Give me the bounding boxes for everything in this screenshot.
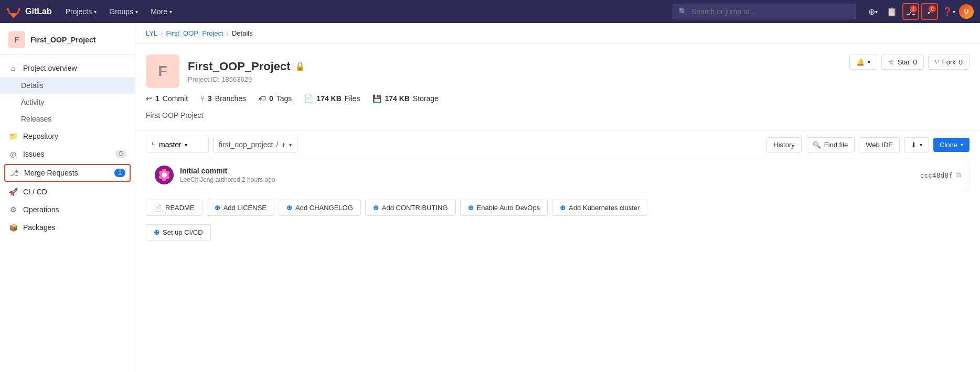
branch-icon: ⑂ <box>200 94 205 103</box>
todos-button[interactable]: 📋 <box>883 3 900 20</box>
merge-requests-badge: 1 <box>910 5 917 13</box>
repo-path: first_oop_project / + ▾ <box>213 137 297 152</box>
fork-button[interactable]: ⑂ Fork 0 <box>928 54 970 70</box>
sidebar-item-issues[interactable]: ◎ Issues 0 <box>0 145 135 163</box>
project-header: F First_OOP_Project 🔒 Project ID: 185636… <box>135 44 980 94</box>
chevron-down-icon: ▾ <box>94 9 97 15</box>
nav-groups[interactable]: Groups ▾ <box>104 4 143 19</box>
sidebar-item-activity[interactable]: Activity <box>0 94 135 111</box>
project-id: Project ID: 18563629 <box>188 75 305 83</box>
sidebar-item-operations[interactable]: ⚙ Operations <box>0 201 135 218</box>
add-license-button[interactable]: ⊕ Add LICENSE <box>207 200 274 216</box>
commit-info: Initial commit LeeChiJong authored 2 hou… <box>180 167 913 183</box>
readme-button[interactable]: 📄 README <box>146 200 203 216</box>
breadcrumb: LYL › First_OOP_Project › Details <box>135 23 980 44</box>
search-input[interactable] <box>691 7 850 16</box>
add-kubernetes-button[interactable]: ⊕ Add Kubernetes cluster <box>552 200 647 216</box>
sidebar-item-releases[interactable]: Releases <box>0 111 135 127</box>
user-avatar[interactable]: U <box>959 4 974 19</box>
new-item-button[interactable]: ⊕ ▾ <box>865 3 881 20</box>
chevron-down-icon: ▾ <box>953 9 955 15</box>
branch-icon: ⑂ <box>152 140 156 149</box>
plus-icon: ⊕ <box>154 228 159 236</box>
stat-storage[interactable]: 💾 174 KB Storage <box>372 94 439 103</box>
clone-button[interactable]: Clone ▾ <box>933 138 970 152</box>
copy-icon[interactable]: ⧉ <box>956 171 961 179</box>
chevron-down-icon: ▾ <box>920 142 922 148</box>
star-icon: ☆ <box>888 58 894 66</box>
plus-icon: ⊕ <box>560 204 566 212</box>
find-file-button[interactable]: 🔍 Find file <box>806 137 855 152</box>
top-navigation: GitLab Projects ▾ Groups ▾ More ▾ 🔍 ⊕ ▾ … <box>0 0 980 23</box>
web-ide-button[interactable]: Web IDE <box>859 137 900 152</box>
breadcrumb-lyl[interactable]: LYL <box>146 29 157 37</box>
avatar-image <box>155 166 174 184</box>
download-button[interactable]: ⬇ ▾ <box>904 137 929 152</box>
sidebar-item-repository[interactable]: 📁 Repository <box>0 127 135 145</box>
nav-right-icons: ⊕ ▾ 📋 ⎇ 1 ✓ 0 ❓ ▾ U <box>865 3 974 20</box>
breadcrumb-project[interactable]: First_OOP_Project <box>166 29 223 37</box>
chevron-down-icon: ▾ <box>185 142 187 148</box>
chevron-down-icon: ▾ <box>135 9 138 15</box>
gitlab-fox-icon <box>6 4 21 19</box>
set-up-cicd-button[interactable]: ⊕ Set up CI/CD <box>146 224 211 240</box>
plus-icon: + <box>281 140 285 149</box>
operations-icon: ⚙ <box>8 205 18 214</box>
stat-tags[interactable]: 🏷 0 Tags <box>259 94 292 103</box>
second-action-row: ⊕ Set up CI/CD <box>135 224 980 249</box>
star-button[interactable]: ☆ Star 0 <box>881 54 924 70</box>
chevron-down-icon: ▾ <box>961 142 963 148</box>
plus-icon: ⊕ <box>373 204 379 212</box>
plus-icon: ⊕ <box>868 7 875 17</box>
project-header-left: F First_OOP_Project 🔒 Project ID: 185636… <box>146 54 305 88</box>
tag-icon: 🏷 <box>259 94 266 103</box>
breadcrumb-sep-1: › <box>161 29 163 37</box>
search-icon: 🔍 <box>813 141 821 149</box>
rocket-icon: 🚀 <box>8 187 18 196</box>
chevron-down-icon: ▾ <box>289 142 292 148</box>
enable-auto-devops-button[interactable]: ⊕ Enable Auto DevOps <box>460 200 548 216</box>
sidebar-item-merge-requests[interactable]: ⎇ Merge Requests 1 <box>4 164 131 182</box>
commit-row: Initial commit LeeChiJong authored 2 hou… <box>146 159 970 191</box>
search-bar[interactable]: 🔍 <box>673 4 856 19</box>
stat-branches[interactable]: ⑂ 3 Branches <box>200 94 246 103</box>
merge-requests-nav-button[interactable]: ⎇ 1 <box>902 3 919 20</box>
branch-selector[interactable]: ⑂ master ▾ <box>146 137 209 152</box>
commit-message[interactable]: Initial commit <box>180 167 913 175</box>
stat-files[interactable]: 📄 174 KB Files <box>304 94 360 103</box>
sidebar-nav: ⌂ Project overview Details Activity Rele… <box>0 55 135 240</box>
svg-point-7 <box>162 172 167 178</box>
package-icon: 📦 <box>8 223 18 232</box>
nav-logo-text: GitLab <box>25 7 52 16</box>
add-contributing-button[interactable]: ⊕ Add CONTRIBUTING <box>365 200 456 216</box>
stat-commits[interactable]: ↩ 1 Commit <box>146 94 188 103</box>
notification-button[interactable]: 🔔 ▾ <box>849 54 877 70</box>
repository-icon: 📁 <box>8 132 18 141</box>
stats-row: ↩ 1 Commit ⑂ 3 Branches 🏷 0 Tags 📄 174 K… <box>135 94 980 109</box>
nav-logo[interactable]: GitLab <box>6 4 52 19</box>
issues-nav-button[interactable]: ✓ 0 <box>921 3 938 20</box>
search-icon: 🔍 <box>678 7 687 16</box>
sidebar-project-header: F First_OOP_Project <box>0 23 135 55</box>
sidebar-item-ci-cd[interactable]: 🚀 CI / CD <box>0 183 135 201</box>
plus-icon: ⊕ <box>286 204 292 212</box>
project-header-right: 🔔 ▾ ☆ Star 0 ⑂ Fork 0 <box>849 54 970 70</box>
file-icon: 📄 <box>154 204 162 212</box>
plus-icon: ⊕ <box>215 204 220 212</box>
project-avatar: F <box>146 54 179 88</box>
sidebar-item-details[interactable]: Details <box>0 77 135 94</box>
sidebar: F First_OOP_Project ⌂ Project overview D… <box>0 23 135 372</box>
sidebar-item-project-overview[interactable]: ⌂ Project overview <box>0 59 135 77</box>
merge-icon: ⎇ <box>9 168 19 178</box>
nav-projects[interactable]: Projects ▾ <box>60 4 102 19</box>
history-button[interactable]: History <box>766 137 801 152</box>
content-area: LYL › First_OOP_Project › Details F Firs… <box>135 23 980 372</box>
help-button[interactable]: ❓ ▾ <box>940 3 957 20</box>
nav-more[interactable]: More ▾ <box>145 4 177 19</box>
sidebar-project-name[interactable]: First_OOP_Project <box>30 36 96 44</box>
merge-requests-count-badge: 1 <box>114 169 125 177</box>
issues-icon: ◎ <box>8 149 18 159</box>
add-changelog-button[interactable]: ⊕ Add CHANGELOG <box>279 200 361 216</box>
files-icon: 📄 <box>304 94 313 103</box>
sidebar-item-packages[interactable]: 📦 Packages <box>0 218 135 236</box>
